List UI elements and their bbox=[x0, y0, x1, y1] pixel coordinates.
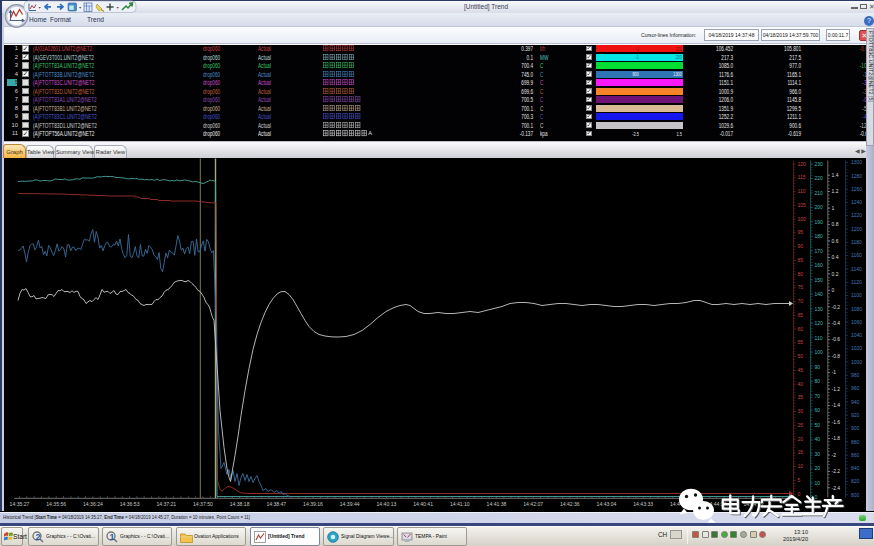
svg-text:140: 140 bbox=[815, 291, 824, 297]
svg-text:14:40:13: 14:40:13 bbox=[376, 500, 396, 506]
svg-text:30: 30 bbox=[815, 450, 821, 456]
svg-text:-0.6: -0.6 bbox=[832, 336, 841, 342]
svg-text:14:41:10: 14:41:10 bbox=[450, 500, 470, 506]
svg-text:-0.8: -0.8 bbox=[832, 352, 841, 358]
svg-text:14:42:36: 14:42:36 bbox=[560, 500, 580, 506]
svg-text:14:39:44: 14:39:44 bbox=[340, 500, 360, 506]
svg-text:20: 20 bbox=[815, 465, 821, 471]
svg-text:2: 2 bbox=[35, 532, 40, 542]
svg-text:10: 10 bbox=[798, 463, 804, 469]
svg-text:-2: -2 bbox=[832, 451, 837, 457]
svg-text:14:41:38: 14:41:38 bbox=[487, 500, 507, 506]
svg-text:1080: 1080 bbox=[851, 305, 862, 311]
svg-text:110: 110 bbox=[815, 334, 823, 340]
svg-text:1120: 1120 bbox=[851, 278, 862, 284]
svg-text:85: 85 bbox=[798, 256, 804, 262]
svg-text:120: 120 bbox=[798, 160, 807, 166]
svg-text:100: 100 bbox=[798, 215, 807, 221]
svg-text:920: 920 bbox=[851, 411, 860, 417]
svg-text:210: 210 bbox=[815, 189, 824, 195]
svg-text:-0.4: -0.4 bbox=[832, 319, 841, 325]
svg-text:980: 980 bbox=[851, 372, 860, 378]
svg-text:1140: 1140 bbox=[851, 265, 862, 271]
svg-text:80: 80 bbox=[798, 270, 804, 276]
svg-text:14:38:18: 14:38:18 bbox=[230, 500, 250, 506]
svg-text:90: 90 bbox=[815, 363, 821, 369]
svg-text:-2.2: -2.2 bbox=[832, 468, 841, 474]
svg-text:30: 30 bbox=[798, 408, 804, 414]
svg-text:0: 0 bbox=[832, 287, 835, 293]
svg-text:14:35:27: 14:35:27 bbox=[10, 500, 30, 506]
svg-text:1020: 1020 bbox=[851, 345, 862, 351]
svg-text:14:43:33: 14:43:33 bbox=[633, 500, 653, 506]
svg-text:200: 200 bbox=[815, 204, 824, 210]
svg-text:70: 70 bbox=[798, 298, 804, 304]
svg-text:14:36:53: 14:36:53 bbox=[120, 500, 140, 506]
svg-text:860: 860 bbox=[851, 451, 860, 457]
svg-text:1280: 1280 bbox=[851, 172, 862, 178]
svg-text:35: 35 bbox=[798, 394, 804, 400]
svg-text:120: 120 bbox=[815, 320, 824, 326]
svg-text:50: 50 bbox=[798, 353, 804, 359]
svg-text:70: 70 bbox=[815, 392, 821, 398]
svg-text:65: 65 bbox=[798, 311, 804, 317]
svg-text:1.4: 1.4 bbox=[832, 171, 839, 177]
svg-text:14:39:16: 14:39:16 bbox=[303, 500, 323, 506]
svg-text:-0.2: -0.2 bbox=[832, 303, 841, 309]
svg-text:-1.8: -1.8 bbox=[832, 435, 841, 441]
svg-text:80: 80 bbox=[815, 378, 821, 384]
svg-text:-1.4: -1.4 bbox=[832, 402, 841, 408]
svg-text:40: 40 bbox=[798, 380, 804, 386]
svg-text:14:37:21: 14:37:21 bbox=[156, 500, 176, 506]
svg-text:60: 60 bbox=[798, 325, 804, 331]
svg-text:160: 160 bbox=[815, 262, 824, 268]
svg-text:0.2: 0.2 bbox=[832, 270, 839, 276]
svg-text:1160: 1160 bbox=[851, 252, 862, 258]
svg-text:-1: -1 bbox=[832, 369, 837, 375]
svg-text:900: 900 bbox=[851, 425, 860, 431]
svg-text:1180: 1180 bbox=[851, 239, 862, 245]
svg-text:60: 60 bbox=[815, 407, 821, 413]
svg-text:1060: 1060 bbox=[851, 318, 862, 324]
svg-text:220: 220 bbox=[815, 175, 824, 181]
svg-text:170: 170 bbox=[815, 247, 824, 253]
svg-text:25: 25 bbox=[798, 421, 804, 427]
svg-text:14:36:24: 14:36:24 bbox=[83, 500, 103, 506]
svg-text:55: 55 bbox=[798, 339, 804, 345]
svg-text:115: 115 bbox=[798, 174, 806, 180]
svg-text:190: 190 bbox=[815, 218, 824, 224]
svg-text:-1.6: -1.6 bbox=[832, 418, 841, 424]
svg-text:0.4: 0.4 bbox=[832, 254, 839, 260]
svg-text:0.6: 0.6 bbox=[832, 237, 839, 243]
svg-text:-1.2: -1.2 bbox=[832, 385, 841, 391]
svg-text:230: 230 bbox=[815, 160, 824, 166]
svg-text:110: 110 bbox=[798, 188, 806, 194]
svg-text:1220: 1220 bbox=[851, 212, 862, 218]
svg-text:14:37:50: 14:37:50 bbox=[193, 500, 213, 506]
svg-text:50: 50 bbox=[815, 421, 821, 427]
svg-text:960: 960 bbox=[851, 385, 860, 391]
svg-text:14:38:47: 14:38:47 bbox=[266, 500, 286, 506]
svg-text:880: 880 bbox=[851, 438, 860, 444]
svg-text:1100: 1100 bbox=[851, 292, 862, 298]
svg-text:105: 105 bbox=[798, 201, 807, 207]
svg-text:14:42:07: 14:42:07 bbox=[523, 500, 543, 506]
svg-text:14:35:56: 14:35:56 bbox=[46, 500, 66, 506]
svg-text:1200: 1200 bbox=[851, 225, 862, 231]
svg-text:45: 45 bbox=[798, 366, 804, 372]
svg-text:130: 130 bbox=[815, 305, 824, 311]
svg-text:14:40:41: 14:40:41 bbox=[413, 500, 433, 506]
svg-text:1.2: 1.2 bbox=[832, 188, 839, 194]
svg-text:90: 90 bbox=[798, 243, 804, 249]
svg-text:1260: 1260 bbox=[851, 185, 862, 191]
svg-text:40: 40 bbox=[815, 436, 821, 442]
svg-text:15: 15 bbox=[798, 449, 804, 455]
svg-text:100: 100 bbox=[815, 349, 824, 355]
svg-text:0.8: 0.8 bbox=[832, 221, 839, 227]
svg-text:75: 75 bbox=[798, 284, 804, 290]
svg-text:1040: 1040 bbox=[851, 332, 862, 338]
svg-text:1300: 1300 bbox=[851, 159, 862, 165]
svg-text:14:43:04: 14:43:04 bbox=[597, 500, 617, 506]
svg-text:1000: 1000 bbox=[851, 358, 862, 364]
svg-text:150: 150 bbox=[815, 276, 824, 282]
